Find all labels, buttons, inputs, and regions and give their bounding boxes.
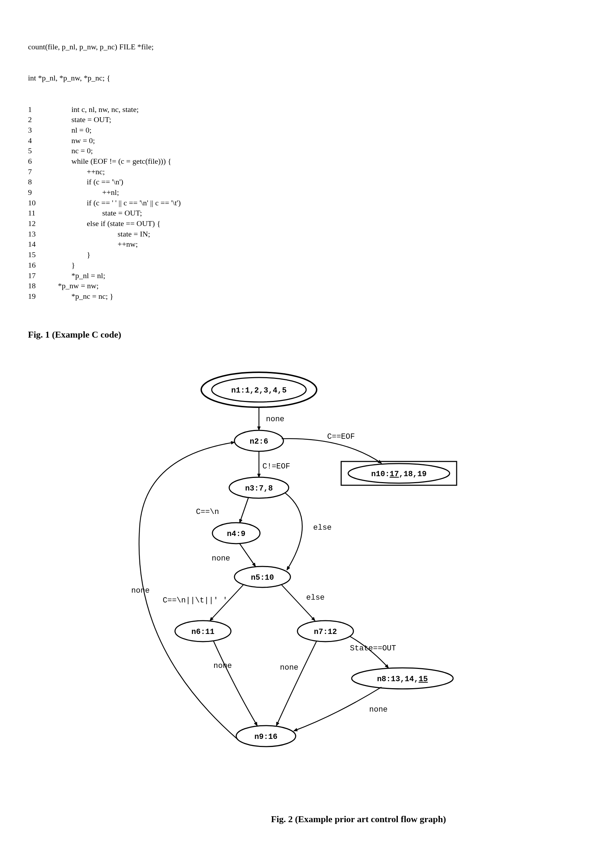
svg-text:n5:10: n5:10 (251, 574, 274, 582)
page: count(file, p_nl, p_nw, p_nc) FILE *file… (28, 21, 584, 847)
code-line: 3 nl = 0; (28, 125, 584, 135)
line-number: 8 (28, 177, 56, 187)
code-line: 6 while (EOF != (c = getc(file))) { (28, 156, 584, 167)
line-content: *p_nc = nc; } (56, 291, 113, 302)
svg-text:n8:13,14,15: n8:13,14,15 (377, 675, 428, 684)
code-line: 9 ++nl; (28, 187, 584, 198)
svg-text:n4:9: n4:9 (227, 530, 246, 538)
line-number: 18 (28, 281, 56, 291)
svg-text:n6:11: n6:11 (191, 628, 214, 636)
svg-text:C==\n||\t||' ': C==\n||\t||' ' (163, 596, 228, 605)
svg-text:n2:6: n2:6 (250, 437, 268, 446)
svg-line-20 (240, 544, 256, 566)
code-line: 4 nw = 0; (28, 135, 584, 146)
line-number: 2 (28, 115, 56, 125)
flow-graph: n1:1,2,3,4,5 none n2:6 C==EOF n10:17,18,… (28, 365, 584, 806)
line-content: if (c == ' ' || c == '\n' || c == '\t') (56, 198, 181, 208)
line-number: 13 (28, 229, 56, 239)
line-number: 17 (28, 270, 56, 281)
line-number: 6 (28, 156, 56, 167)
line-number: 11 (28, 208, 56, 218)
line-content: *p_nw = nw; (56, 281, 99, 291)
code-line: 1 int c, nl, nw, nc, state; (28, 104, 584, 115)
line-number: 1 (28, 104, 56, 115)
svg-text:none: none (131, 586, 150, 595)
code-line: 12 else if (state == OUT) { (28, 218, 584, 229)
figure-1-caption: Fig. 1 (Example C code) (28, 329, 584, 341)
svg-text:none: none (212, 554, 230, 563)
line-number: 15 (28, 250, 56, 260)
svg-text:n3:7,8: n3:7,8 (245, 484, 273, 493)
svg-text:n1:1,2,3,4,5: n1:1,2,3,4,5 (231, 386, 287, 395)
line-number: 16 (28, 260, 56, 270)
line-content: while (EOF != (c = getc(file))) { (56, 156, 172, 167)
code-line: 8 if (c == '\n') (28, 177, 584, 187)
code-line: 5 nc = 0; (28, 146, 584, 156)
code-line: 14 ++nw; (28, 239, 584, 250)
line-content: *p_nl = nl; (56, 270, 105, 281)
svg-text:none: none (280, 663, 299, 672)
code-listing: count(file, p_nl, p_nw, p_nc) FILE *file… (28, 21, 584, 322)
line-content: nl = 0; (56, 125, 92, 135)
line-number: 4 (28, 135, 56, 146)
line-content: ++nl; (56, 187, 119, 198)
line-number: 3 (28, 125, 56, 135)
line-content: state = OUT; (56, 208, 142, 218)
code-line: 18 *p_nw = nw; (28, 281, 584, 291)
line-number: 10 (28, 198, 56, 208)
line-content: ++nc; (56, 167, 105, 177)
line-content: } (56, 250, 91, 260)
svg-line-15 (240, 498, 248, 523)
figure-2-caption: Fig. 2 (Example prior art control flow g… (133, 813, 584, 825)
line-number: 14 (28, 239, 56, 250)
line-content: ++nw; (56, 239, 138, 250)
svg-text:C==\n: C==\n (196, 508, 219, 516)
code-line: 11 state = OUT; (28, 208, 584, 218)
code-line: 16 } (28, 260, 584, 270)
line-number: 5 (28, 146, 56, 156)
code-line: 10 if (c == ' ' || c == '\n' || c == '\t… (28, 198, 584, 208)
code-line: 17 *p_nl = nl; (28, 270, 584, 281)
line-number: 12 (28, 218, 56, 229)
line-number: 7 (28, 167, 56, 177)
svg-text:n10:17,18,19: n10:17,18,19 (371, 470, 426, 479)
line-number: 9 (28, 187, 56, 198)
line-content: nw = 0; (56, 135, 95, 146)
line-content: state = IN; (56, 229, 150, 239)
svg-text:none: none (214, 662, 232, 670)
svg-text:C==EOF: C==EOF (327, 432, 355, 441)
line-content: else if (state == OUT) { (56, 218, 161, 229)
svg-text:else: else (306, 594, 325, 602)
svg-text:n7:12: n7:12 (314, 628, 337, 636)
line-content: if (c == '\n') (56, 177, 123, 187)
line-content: int c, nl, nw, nc, state; (56, 104, 139, 115)
code-line: 7 ++nc; (28, 167, 584, 177)
line-content: } (56, 260, 75, 270)
code-line: 15 } (28, 250, 584, 260)
code-line: 13 state = IN; (28, 229, 584, 239)
code-signature: count(file, p_nl, p_nw, p_nc) FILE *file… (28, 42, 584, 52)
svg-text:else: else (313, 523, 332, 532)
svg-text:none: none (266, 415, 285, 424)
svg-text:none: none (369, 705, 388, 714)
svg-text:C!=EOF: C!=EOF (262, 462, 290, 471)
line-number: 19 (28, 291, 56, 302)
code-line: 2 state = OUT; (28, 115, 584, 125)
line-content: nc = 0; (56, 146, 93, 156)
svg-line-26 (282, 585, 315, 621)
svg-text:n9:16: n9:16 (254, 733, 277, 741)
line-content: state = OUT; (56, 115, 111, 125)
svg-text:State==OUT: State==OUT (350, 644, 396, 653)
code-decl: int *p_nl, *p_nw, *p_nc; { (28, 73, 584, 83)
code-line: 19 *p_nc = nc; } (28, 291, 584, 302)
